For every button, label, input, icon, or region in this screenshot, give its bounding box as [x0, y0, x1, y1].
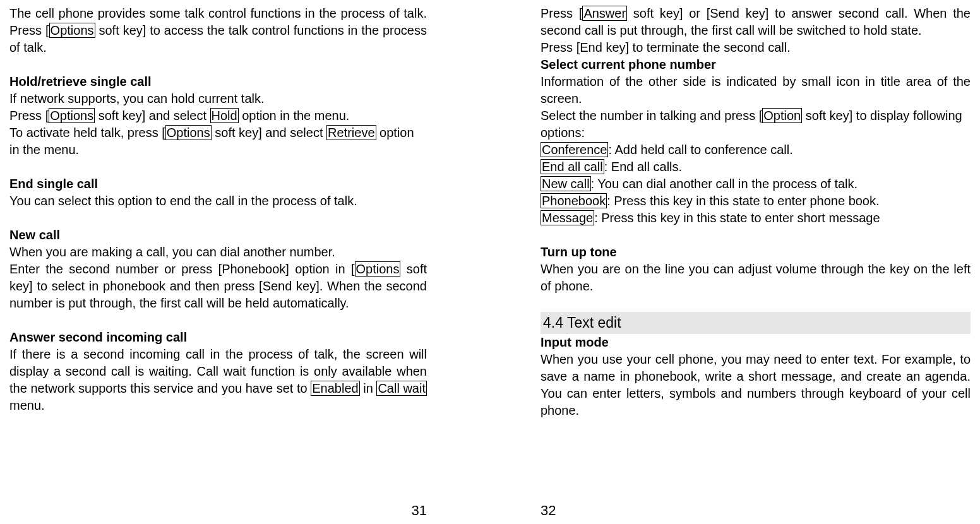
boxed-term-new-call: New call [541, 176, 591, 191]
text: : Press this key in this state to enter … [594, 211, 880, 225]
text: Press [ [541, 6, 582, 20]
heading-new-call: New call [9, 227, 427, 244]
paragraph: Information of the other side is indicat… [541, 73, 971, 107]
text: menu. [9, 398, 45, 412]
paragraph: Press [End key] to terminate the second … [541, 39, 971, 56]
boxed-term-options: Options [49, 23, 95, 38]
page-left: The cell phone provides some talk contro… [0, 0, 490, 524]
text: : Press this key in this state to enter … [607, 194, 879, 208]
page-spread: The cell phone provides some talk contro… [0, 0, 980, 524]
heading-answer-second-call: Answer second incoming call [9, 329, 427, 346]
text: soft key] and select [95, 109, 210, 122]
heading-end-single-call: End single call [9, 176, 427, 193]
option-phonebook: Phonebook: Press this key in this state … [541, 193, 971, 210]
boxed-term-retrieve: Retrieve [326, 125, 376, 140]
option-end-all-call: End all call: End all calls. [541, 158, 971, 176]
text: : You can dial another call in the proce… [591, 177, 858, 191]
option-message: Message: Press this key in this state to… [541, 210, 971, 227]
text: : Add held call to conference call. [608, 143, 792, 157]
text: Enter the second number or press [Phoneb… [9, 262, 355, 276]
boxed-term-answer: Answer [582, 6, 627, 21]
boxed-term-hold: Hold [210, 108, 239, 123]
paragraph: When you use your cell phone, you may ne… [541, 351, 971, 419]
paragraph: Enter the second number or press [Phoneb… [9, 261, 427, 312]
paragraph: Select the number in talking and press [… [541, 107, 971, 141]
heading-turn-up-tone: Turn up tone [541, 244, 971, 261]
page-number-right: 32 [541, 503, 556, 519]
blank-line [9, 158, 427, 176]
boxed-term-call-wait: Call wait [376, 381, 427, 396]
text: Press [ [9, 109, 49, 122]
boxed-term-conference: Conference [541, 142, 608, 157]
blank-line [541, 227, 971, 244]
paragraph: Press [Options soft key] and select Hold… [9, 107, 427, 124]
boxed-term-options: Options [49, 108, 95, 123]
left-content: The cell phone provides some talk contro… [9, 5, 427, 518]
paragraph: When you are making a call, you can dial… [9, 244, 427, 261]
text: soft key] and select [212, 126, 326, 140]
paragraph: When you are on the line you can adjust … [541, 261, 971, 295]
text: in [360, 381, 377, 395]
boxed-term-end-all-call: End all call [541, 159, 604, 174]
boxed-term-options: Options [355, 261, 401, 277]
blank-line [9, 56, 427, 73]
paragraph: Press [Answer soft key] or [Send key] to… [541, 5, 971, 39]
page-number-left: 31 [412, 503, 427, 519]
boxed-term-options: Options [165, 125, 212, 140]
heading-select-current-number: Select current phone number [541, 56, 971, 73]
boxed-term-phonebook: Phonebook [541, 193, 607, 208]
paragraph: You can select this option to end the ca… [9, 193, 427, 210]
option-new-call: New call: You can dial another call in t… [541, 176, 971, 193]
page-right: Press [Answer soft key] or [Send key] to… [490, 0, 980, 524]
text: : End all calls. [604, 160, 682, 174]
right-content: Press [Answer soft key] or [Send key] to… [541, 5, 971, 518]
boxed-term-enabled: Enabled [311, 381, 359, 396]
heading-text-edit: 4.4 Text edit [541, 312, 971, 334]
blank-line [541, 295, 971, 312]
option-conference: Conference: Add held call to conference … [541, 141, 971, 158]
boxed-term-message: Message [541, 210, 594, 225]
blank-line [9, 210, 427, 227]
text: option in the menu. [239, 109, 350, 122]
blank-line [9, 312, 427, 329]
paragraph: The cell phone provides some talk contro… [9, 5, 427, 56]
paragraph: If network supports, you can hold curren… [9, 90, 427, 107]
boxed-term-option: Option [762, 108, 802, 123]
text: Select the number in talking and press [ [541, 109, 762, 122]
heading-hold-retrieve: Hold/retrieve single call [9, 73, 427, 90]
paragraph: To activate held talk, press [Options so… [9, 124, 427, 158]
paragraph: If there is a second incoming call in th… [9, 346, 427, 414]
text: To activate held talk, press [ [9, 126, 165, 140]
heading-input-mode: Input mode [541, 334, 971, 351]
